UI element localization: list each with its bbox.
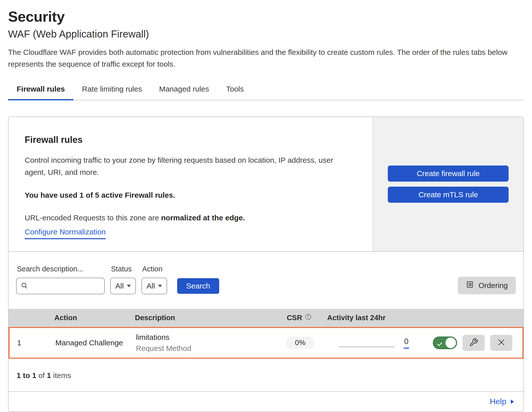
filter-bar: Search description... Status All	[9, 252, 523, 294]
table-row: 1 Managed Challenge limitations Request …	[9, 327, 523, 359]
delete-rule-button[interactable]	[490, 335, 512, 351]
action-select[interactable]: All	[141, 278, 167, 294]
summary-total: 1	[47, 371, 51, 380]
check-icon	[436, 340, 443, 349]
firewall-rules-panel: Firewall rules Control incoming traffic …	[8, 116, 524, 412]
status-select-value: All	[115, 282, 124, 290]
tab-managed-rules[interactable]: Managed rules	[150, 82, 217, 100]
row-csr-cell: 0%	[274, 337, 327, 349]
header-description: Description	[132, 314, 273, 322]
tab-tools[interactable]: Tools	[218, 82, 252, 100]
normalization-text-normal: URL-encoded Requests to this zone are	[25, 214, 161, 222]
tab-firewall-rules[interactable]: Firewall rules	[8, 82, 73, 100]
close-icon	[497, 338, 506, 348]
chevron-down-icon	[127, 285, 131, 287]
toggle-knob	[445, 338, 456, 348]
normalization-text: URL-encoded Requests to this zone are no…	[25, 214, 356, 222]
help-bar: Help	[9, 392, 523, 411]
tab-rate-limiting-rules[interactable]: Rate limiting rules	[73, 82, 150, 100]
summary-of: of	[39, 371, 45, 380]
activity-sparkline	[339, 338, 395, 347]
normalization-text-bold: normalized at the edge.	[161, 214, 245, 222]
card-actions-panel: Create firewall rule Create mTLS rule	[372, 117, 523, 251]
security-waf-page: Security WAF (Web Application Firewall) …	[0, 0, 532, 412]
action-label: Action	[142, 265, 167, 273]
status-select[interactable]: All	[110, 278, 136, 294]
page-description: The Cloudflare WAF provides both automat…	[8, 46, 515, 70]
waf-tab-bar: Firewall rules Rate limiting rules Manag…	[8, 82, 524, 100]
help-link-label: Help	[490, 397, 506, 406]
wrench-icon	[469, 338, 478, 348]
row-activity-cell: 0	[327, 337, 427, 349]
row-description: limitations	[136, 333, 274, 342]
chevron-down-icon	[158, 285, 162, 287]
firewall-rules-table: Action Description CSR Activity last 24h…	[9, 309, 523, 359]
edit-rule-button[interactable]	[463, 335, 485, 351]
card-heading: Firewall rules	[25, 135, 356, 145]
header-action: Action	[46, 314, 132, 322]
pagination-summary: 1 to 1 of 1 items	[9, 359, 523, 392]
info-icon[interactable]	[305, 313, 312, 322]
row-description-cell: limitations Request Method	[133, 333, 274, 353]
action-filter-group: Action All	[141, 265, 167, 294]
header-csr-label: CSR	[287, 314, 302, 322]
summary-items: items	[53, 371, 71, 380]
search-input[interactable]	[31, 282, 100, 290]
status-filter-group: Status All	[110, 265, 136, 294]
table-header-row: Action Description CSR Activity last 24h…	[9, 309, 523, 327]
row-controls	[427, 335, 522, 351]
create-mtls-rule-button[interactable]: Create mTLS rule	[388, 187, 509, 203]
status-label: Status	[111, 265, 136, 273]
row-description-sub: Request Method	[136, 344, 274, 353]
page-title: Security	[8, 8, 524, 25]
search-filter-group: Search description...	[16, 265, 105, 294]
page-subtitle: WAF (Web Application Firewall)	[8, 28, 524, 40]
row-action: Managed Challenge	[47, 339, 133, 347]
ordering-button[interactable]: Ordering	[458, 277, 516, 294]
activity-count-link[interactable]: 0	[404, 337, 409, 349]
header-activity: Activity last 24hr	[326, 314, 426, 322]
firewall-rules-card: Firewall rules Control incoming traffic …	[9, 117, 523, 252]
help-link[interactable]: Help	[490, 397, 514, 406]
search-icon	[21, 282, 28, 290]
search-box[interactable]	[16, 278, 105, 294]
header-csr: CSR	[273, 313, 326, 322]
firewall-rules-card-text: Firewall rules Control incoming traffic …	[9, 117, 372, 251]
ordering-list-icon	[466, 280, 474, 290]
action-select-value: All	[146, 282, 155, 290]
search-button[interactable]: Search	[177, 278, 219, 294]
create-firewall-rule-button[interactable]: Create firewall rule	[388, 166, 509, 182]
ordering-button-label: Ordering	[478, 281, 508, 290]
usage-text: You have used 1 of 5 active Firewall rul…	[25, 191, 356, 199]
card-description: Control incoming traffic to your zone by…	[25, 154, 354, 178]
rule-enabled-toggle[interactable]	[433, 337, 457, 349]
csr-badge: 0%	[286, 337, 315, 349]
configure-normalization-link[interactable]: Configure Normalization	[25, 228, 106, 239]
summary-range: 1 to 1	[17, 371, 36, 380]
search-description-label: Search description...	[17, 265, 105, 273]
play-arrow-icon	[510, 397, 514, 406]
row-priority: 1	[10, 339, 47, 347]
